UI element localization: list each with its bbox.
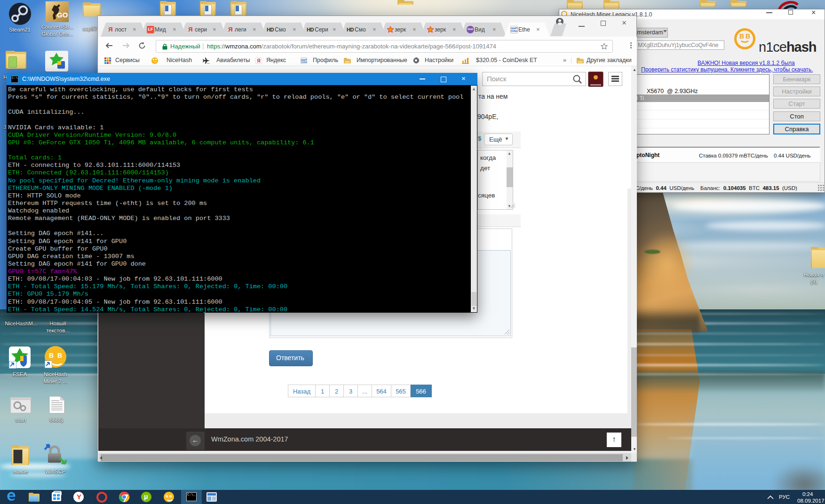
- svg-text:GO: GO: [57, 11, 68, 19]
